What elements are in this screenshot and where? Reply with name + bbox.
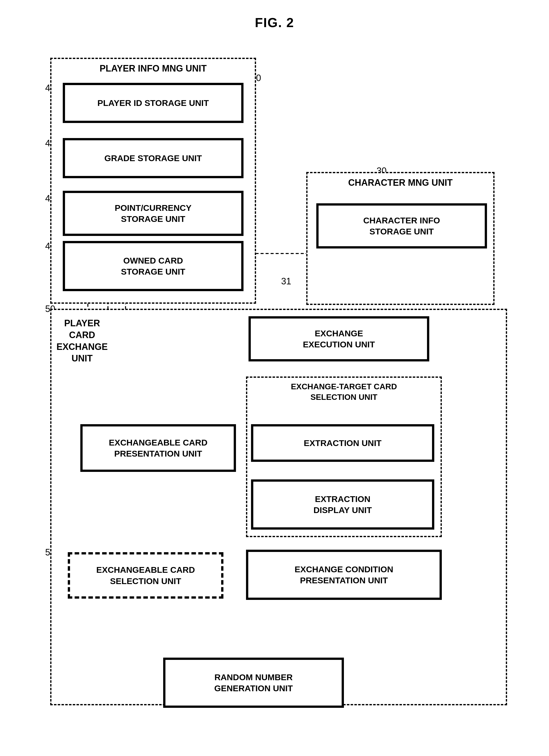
player-id-storage-unit: PLAYER ID STORAGE UNIT	[63, 83, 243, 123]
character-mng-label: CHARACTER MNG UNIT	[348, 177, 453, 189]
exchange-target-label: EXCHANGE-TARGET CARD SELECTION UNIT	[291, 382, 397, 402]
point-currency-storage-unit: POINT/CURRENCY STORAGE UNIT	[63, 191, 243, 236]
exchangeable-card-presentation-unit: EXCHANGEABLE CARD PRESENTATION UNIT	[80, 424, 236, 472]
extraction-display-unit: EXTRACTION DISPLAY UNIT	[251, 479, 434, 530]
character-info-storage-unit: CHARACTER INFO STORAGE UNIT	[316, 203, 487, 248]
grade-storage-unit: GRADE STORAGE UNIT	[63, 138, 243, 178]
random-number-generation-unit: RANDOM NUMBER GENERATION UNIT	[163, 658, 344, 708]
exchange-execution-unit: EXCHANGE EXECUTION UNIT	[249, 316, 429, 361]
player-card-exchange-label: PLAYER CARD EXCHANGE UNIT	[56, 318, 108, 364]
exchange-condition-presentation-unit: EXCHANGE CONDITION PRESENTATION UNIT	[246, 550, 442, 600]
page-title: FIG. 2	[0, 0, 549, 30]
extraction-unit: EXTRACTION UNIT	[251, 424, 434, 462]
exchangeable-card-selection-unit: EXCHANGEABLE CARD SELECTION UNIT	[68, 552, 223, 599]
ref-31: 31	[281, 276, 291, 287]
player-info-mng-label: PLAYER INFO MNG UNIT	[100, 63, 207, 75]
owned-card-storage-unit: OWNED CARD STORAGE UNIT	[63, 241, 243, 291]
